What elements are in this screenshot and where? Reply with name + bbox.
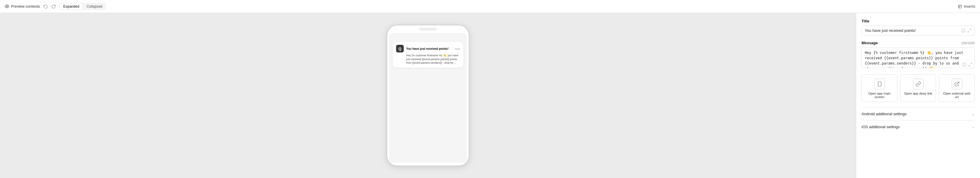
emoji-icon[interactable] (961, 28, 966, 33)
notification-time: Now (455, 47, 460, 50)
message-textarea-wrapper (862, 47, 975, 69)
external-link-icon (954, 81, 959, 87)
phone-screen: Q You have just received points! Now Hey… (389, 33, 467, 163)
message-section: Message 169/1500 (862, 41, 975, 69)
android-chevron-icon: ⌄ (972, 112, 975, 116)
view-toggle: Expanded Collapsed (59, 3, 106, 10)
message-textarea[interactable] (862, 47, 975, 68)
inserts-label: Inserts (964, 4, 975, 9)
phone-mockup: Q You have just received points! Now Hey… (387, 25, 469, 166)
notification-title: You have just received points! (406, 47, 449, 50)
open-deep-link-label: Open app deep link (904, 91, 932, 95)
app-icon: Q (396, 45, 404, 52)
ios-chevron-icon: ⌄ (972, 125, 975, 129)
toolbar: Preview contexts Expanded Collapsed Inse… (0, 0, 980, 13)
expand-icon-msg[interactable] (968, 63, 972, 66)
phone-icon-frame (874, 79, 885, 89)
open-web-url-button[interactable]: Open external web url (939, 74, 975, 102)
svg-point-9 (963, 63, 966, 66)
message-count: 169/1500 (961, 41, 975, 45)
open-web-url-label: Open external web url (942, 91, 972, 99)
inserts-button[interactable]: Inserts (958, 4, 975, 9)
notification-title-row: You have just received points! Now (406, 47, 460, 50)
undo-icon[interactable] (43, 4, 48, 9)
ios-settings-label: iOS additional settings (862, 124, 900, 129)
preview-contexts-button[interactable]: Preview contexts (5, 4, 40, 9)
android-settings-collapsible[interactable]: Android additional settings ⌄ (862, 107, 975, 120)
expanded-button[interactable]: Expanded (59, 3, 83, 10)
emoji-icon-msg[interactable] (962, 63, 966, 66)
phone-notch (419, 28, 437, 31)
right-panel: Title You have just received points! (856, 13, 980, 178)
open-deep-link-button[interactable]: Open app deep link (900, 74, 936, 102)
action-buttons-section: Open app main screen Open app deep link (862, 74, 975, 102)
link-icon (916, 81, 921, 87)
redo-icon[interactable] (51, 4, 56, 9)
eye-icon (5, 4, 9, 9)
preview-label: Preview contexts (11, 4, 40, 9)
svg-rect-14 (878, 82, 881, 87)
notification-body: Hey {% customer firstname %} 👋, you have… (396, 54, 460, 65)
notification-card: Q You have just received points! Now Hey… (393, 42, 463, 68)
preview-area: Q You have just received points! Now Hey… (0, 13, 856, 178)
main-layout: Q You have just received points! Now Hey… (0, 0, 980, 178)
expand-icon[interactable] (967, 28, 971, 33)
external-icon-frame (951, 79, 962, 89)
title-label: Title (862, 19, 975, 23)
svg-line-16 (956, 82, 959, 84)
title-input-icons (961, 28, 971, 33)
title-section: Title You have just received points! (862, 19, 975, 35)
open-app-main-label: Open app main screen (864, 91, 895, 99)
svg-line-12 (970, 63, 972, 64)
collapsed-button[interactable]: Collapsed (83, 3, 106, 10)
link-icon-frame (913, 79, 924, 89)
svg-line-7 (970, 29, 971, 30)
textarea-icons (962, 63, 972, 66)
svg-rect-1 (958, 5, 962, 8)
android-settings-label: Android additional settings (862, 112, 907, 116)
message-label-row: Message 169/1500 (862, 41, 975, 45)
phone-icon (877, 81, 882, 87)
ios-settings-collapsible[interactable]: iOS additional settings ⌄ (862, 120, 975, 133)
svg-point-0 (6, 6, 8, 7)
svg-line-8 (968, 31, 969, 32)
title-input[interactable]: You have just received points! (862, 26, 975, 35)
svg-line-13 (969, 65, 970, 66)
notification-header: Q You have just received points! Now (396, 45, 460, 52)
svg-point-4 (962, 29, 965, 32)
open-app-main-button[interactable]: Open app main screen (862, 74, 897, 102)
inserts-icon (958, 5, 962, 9)
